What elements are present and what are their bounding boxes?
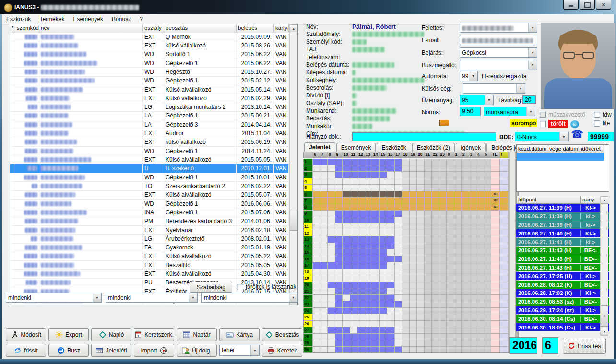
grid-cell[interactable] [476, 295, 484, 301]
grid-cell[interactable] [380, 334, 387, 340]
grid-cell[interactable] [328, 321, 335, 327]
grid-cell[interactable] [447, 269, 454, 275]
grid-warn-cell[interactable] [500, 165, 508, 172]
grid-cell[interactable] [402, 178, 409, 185]
grid-cell[interactable] [447, 340, 454, 346]
grid-cell[interactable] [447, 295, 454, 301]
grid-cell[interactable] [439, 172, 447, 178]
grid-tl-cell[interactable] [491, 327, 499, 333]
grid-cell[interactable] [410, 347, 417, 353]
grid-cell[interactable] [395, 178, 402, 185]
employee-row[interactable]: EXT Külső alvállalkozó 2015.05.07. VAN [10, 191, 289, 200]
grid-cell[interactable] [350, 230, 357, 236]
grid-warn-cell[interactable] [500, 217, 508, 223]
grid-tl-cell[interactable] [491, 282, 499, 288]
grid-warn-cell[interactable] [500, 347, 508, 353]
m-dos-t-button[interactable]: Módosít [6, 328, 46, 341]
column-header-beoszt-s[interactable]: beosztás [164, 24, 237, 33]
grid-cell[interactable] [469, 275, 476, 282]
grid-cell[interactable] [484, 262, 491, 269]
grid-cell[interactable] [372, 327, 379, 333]
grid-cell[interactable] [484, 217, 491, 223]
grid-cell[interactable] [372, 223, 379, 230]
grid-cell[interactable] [365, 178, 372, 185]
grid-hour-12[interactable]: 12 [357, 152, 365, 158]
grid-cell[interactable] [484, 282, 491, 288]
grid-cell[interactable] [469, 178, 476, 185]
grid-cell[interactable] [425, 275, 432, 282]
grid-cell[interactable] [417, 243, 424, 249]
grid-cell[interactable] [454, 314, 462, 320]
grid-cell[interactable] [425, 256, 432, 262]
grid-cell[interactable] [417, 262, 424, 269]
grid-cell[interactable] [417, 256, 424, 262]
grid-cell[interactable] [328, 308, 335, 314]
grid-cell[interactable] [439, 340, 447, 346]
grid-cell[interactable] [476, 211, 484, 217]
grid-cell[interactable] [328, 269, 335, 275]
employee-row[interactable]: EXT Külső alvállalkozó 2015.05.05. VAN [10, 155, 289, 164]
grid-cell[interactable] [387, 256, 394, 262]
grid-cell[interactable] [313, 230, 320, 236]
grid-cell[interactable] [320, 230, 328, 236]
grid-cell[interactable] [335, 172, 343, 178]
grid-cell[interactable] [380, 243, 387, 249]
grid-cell[interactable] [447, 288, 454, 294]
grid-cell[interactable] [350, 236, 357, 243]
grid-cell[interactable] [417, 165, 424, 172]
grid-cell[interactable] [454, 165, 462, 172]
grid-cell[interactable] [320, 282, 328, 288]
grid-cell[interactable] [395, 217, 402, 223]
grid-cell[interactable] [454, 159, 462, 165]
grid-cell[interactable] [476, 269, 484, 275]
grid-cell[interactable] [439, 249, 447, 256]
grid-cell[interactable] [410, 282, 417, 288]
grid-cell[interactable] [439, 321, 447, 327]
grid-cell[interactable] [320, 249, 328, 256]
grid-cell[interactable] [380, 236, 387, 243]
grid-cell[interactable] [357, 165, 365, 172]
grid-cell[interactable] [462, 178, 469, 185]
grid-cell[interactable] [395, 204, 402, 211]
employee-row[interactable]: EXT Külső alvállalkozó 2015.05.14. VAN [10, 85, 289, 94]
employee-row[interactable]: WD Gépkezelő 1 2015.10.01. VAN [10, 173, 289, 182]
grid-cell[interactable] [454, 211, 462, 217]
maximize-button[interactable] [580, 0, 595, 10]
chevron-down-icon[interactable]: ▼ [469, 71, 477, 81]
grid-cell[interactable] [447, 204, 454, 211]
grid-cell[interactable] [343, 223, 350, 230]
grid-cell[interactable] [410, 334, 417, 340]
grid-cell[interactable] [425, 165, 432, 172]
grid-cell[interactable] [417, 159, 424, 165]
grid-cell[interactable] [476, 288, 484, 294]
grid-cell[interactable] [335, 262, 343, 269]
scrollbar-thumb[interactable]: ≡ [601, 305, 608, 327]
grid-cell[interactable] [454, 282, 462, 288]
grid-cell[interactable] [447, 223, 454, 230]
grid-cell[interactable] [447, 314, 454, 320]
grid-cell[interactable] [343, 230, 350, 236]
grid-cell[interactable] [410, 314, 417, 320]
grid-hour-18[interactable]: 18 [402, 152, 409, 158]
grid-cell[interactable] [357, 347, 365, 353]
grid-cell[interactable] [380, 165, 387, 172]
grid-cell[interactable] [335, 185, 343, 191]
grid-day-21[interactable]: 21 [304, 288, 312, 294]
grid-cell[interactable] [313, 249, 320, 256]
grid-cell[interactable] [387, 178, 394, 185]
grid-cell[interactable] [417, 269, 424, 275]
grid-cell[interactable] [484, 165, 491, 172]
grid-cell[interactable] [469, 262, 476, 269]
grid-cell[interactable] [343, 198, 350, 204]
grid-cell[interactable] [410, 262, 417, 269]
grid-cell[interactable] [447, 282, 454, 288]
grid-cell[interactable] [350, 262, 357, 269]
grid-cell[interactable] [350, 243, 357, 249]
grid-cell[interactable] [410, 172, 417, 178]
grid-hour-8[interactable]: 8 [328, 152, 335, 158]
grid-day-4[interactable]: 4 [304, 178, 312, 185]
grid-cell[interactable] [335, 165, 343, 172]
grid-day-19[interactable]: 19 [304, 275, 312, 282]
grid-hour-16[interactable]: 16 [387, 152, 394, 158]
grid-cell[interactable] [469, 223, 476, 230]
